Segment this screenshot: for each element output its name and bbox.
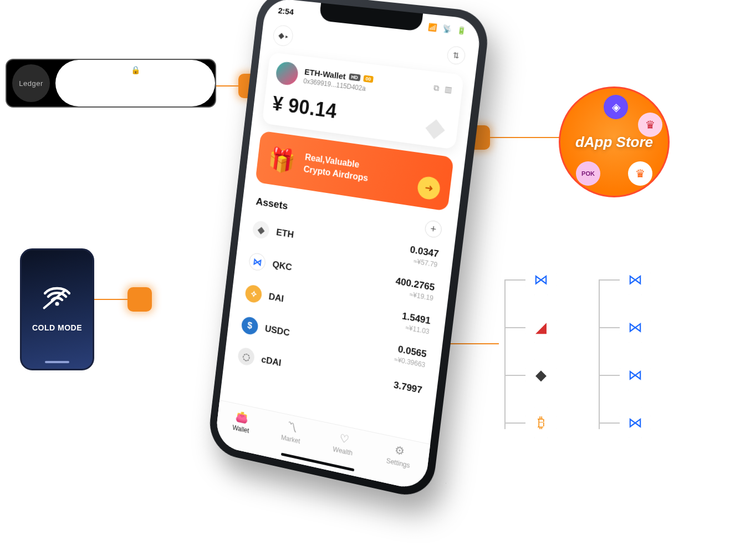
tab-label: Wallet: [232, 424, 249, 435]
dapp-chip-icon: ◈: [604, 95, 628, 119]
tab-label: Market: [280, 434, 300, 445]
qr-icon[interactable]: ▥: [444, 84, 452, 95]
wifi-off-icon: [44, 287, 70, 311]
network-qkc-icon: ⋈: [620, 264, 651, 295]
asset-amount: 3.7997: [393, 380, 423, 396]
market-icon: 〽: [286, 420, 298, 435]
tab-wallet[interactable]: 👛Wallet: [232, 409, 252, 434]
ledger-pin-slots: 6_ _ _ _ _ _ _: [79, 89, 191, 101]
network-selector[interactable]: ◆▸: [272, 24, 294, 47]
asset-cdai-icon: ◌: [237, 347, 256, 366]
network-qkc-icon: ⋈: [620, 407, 651, 438]
tab-market[interactable]: 〽Market: [280, 419, 302, 445]
connector-node-cold: [127, 287, 152, 312]
ledger-chevron-up-icon[interactable]: ⌃: [201, 79, 211, 88]
asset-symbol: DAI: [268, 291, 284, 304]
cold-mode-phone: COLD MODE: [20, 248, 94, 370]
promo-go-icon[interactable]: ➜: [416, 175, 441, 201]
asset-eth-icon: ◆: [252, 220, 270, 240]
wealth-icon: ♡: [339, 431, 350, 446]
assets-title: Assets: [256, 195, 289, 212]
tab-wealth[interactable]: ♡Wealth: [333, 430, 355, 457]
network-trx-icon: ◢: [525, 312, 557, 343]
network-eth-icon: ◆: [525, 359, 557, 390]
asset-usdc-icon: $: [241, 315, 259, 335]
battery-icon: 🔋: [457, 26, 467, 35]
wallet-index-badge: 00: [363, 75, 374, 83]
gift-icon: 🎁: [267, 145, 297, 175]
wallet-icon: 👛: [235, 409, 249, 425]
asset-dai-icon: ⟡: [244, 284, 263, 304]
settings-icon: ⚙: [394, 443, 406, 459]
dapp-store-badge[interactable]: dApp Store ◈ ♛ POK ♛: [559, 86, 670, 197]
ledger-chevron-down-icon[interactable]: ⌄: [58, 79, 68, 88]
token-network-tree: ⋈ ◢ ◆ ₿ ⋈ ⋈ ⋈ ⋈: [489, 259, 672, 459]
network-qkc-icon: ⋈: [620, 312, 651, 343]
dapp-chip-icon: POK: [576, 161, 600, 186]
tab-settings[interactable]: ⚙Settings: [386, 441, 412, 470]
swap-icon[interactable]: ⇅: [446, 45, 466, 65]
ledger-brand: Ledger: [12, 64, 50, 102]
add-asset-button[interactable]: +: [424, 220, 443, 239]
asset-symbol: ETH: [275, 227, 294, 241]
copy-icon[interactable]: ⧉: [433, 83, 440, 93]
network-qkc-icon: ⋈: [620, 359, 651, 390]
eth-watermark-icon: ◆: [424, 110, 447, 143]
ledger-device: Ledger ⌄ 🔒 Enter PIN code 6_ _ _ _ _ _ _…: [6, 59, 216, 108]
svg-point-0: [55, 302, 59, 306]
ledger-prompt: Enter PIN code: [96, 75, 175, 88]
tab-bar: 👛Wallet 〽Market ♡Wealth ⚙Settings: [215, 400, 430, 492]
network-qkc-icon: ⋈: [525, 264, 557, 295]
tab-label: Wealth: [333, 445, 353, 457]
tab-label: Settings: [386, 457, 410, 470]
asset-symbol: QKC: [272, 259, 292, 273]
wallet-hd-badge: HD: [349, 73, 361, 81]
status-time: 2:54: [278, 6, 294, 17]
cold-phone-homebar: [45, 361, 69, 363]
status-icons: 📶 📡 🔋: [424, 21, 467, 35]
wifi-icon: 📡: [442, 24, 452, 33]
asset-symbol: USDC: [264, 323, 290, 339]
network-btc-icon: ₿: [525, 407, 557, 438]
dapp-store-title: dApp Store: [575, 134, 653, 151]
asset-qkc-icon: ⋈: [248, 252, 267, 272]
asset-symbol: cDAI: [261, 354, 282, 369]
lock-icon: 🔒: [131, 65, 140, 74]
dapp-chip-icon: ♛: [628, 161, 652, 186]
diagram-stage: Ledger ⌄ 🔒 Enter PIN code 6_ _ _ _ _ _ _…: [0, 0, 735, 560]
wallet-avatar: [275, 61, 299, 86]
signal-icon: 📶: [427, 22, 437, 32]
cold-mode-label: COLD MODE: [32, 323, 82, 332]
